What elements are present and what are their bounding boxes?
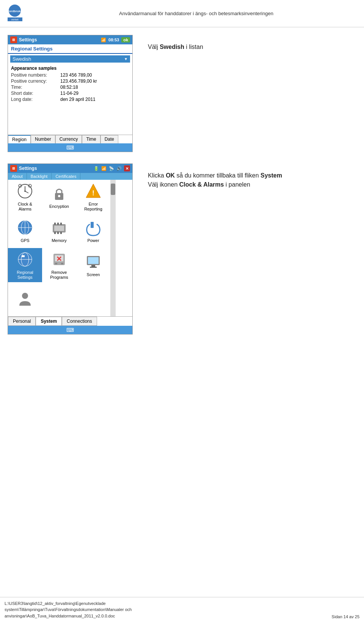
appearance-label-3: Short date: bbox=[11, 91, 60, 96]
battery-icon: 🔋 bbox=[94, 166, 99, 171]
appearance-row-2: Time: 08:52:18 bbox=[11, 85, 129, 90]
time-display: 08:53 bbox=[108, 38, 119, 42]
system-tabs-row: About Backlight Certificates bbox=[8, 173, 132, 180]
titlebar-right: 📶 08:53 ok bbox=[101, 37, 130, 42]
icon-cell-personal[interactable] bbox=[8, 282, 42, 316]
signal-icon: 📶 bbox=[101, 38, 106, 42]
icon-cell-power[interactable]: Power bbox=[76, 214, 110, 248]
svg-rect-34 bbox=[61, 263, 63, 264]
device-screenshot-bottom: ⊞ Settings 🔋 📶 📡 🔊 ✕ About Backlight Cer… bbox=[8, 163, 133, 335]
icon-cell-remove[interactable]: RemovePrograms bbox=[42, 248, 76, 282]
nav-tab-connections[interactable]: Connections bbox=[62, 317, 97, 326]
instruction-system-bold: System bbox=[260, 172, 282, 179]
appearance-value-4: den 29 april 2011 bbox=[60, 97, 96, 102]
sys-tab-certificates[interactable]: Certificates bbox=[52, 173, 80, 180]
svg-rect-30 bbox=[22, 255, 25, 257]
icon-cell-error[interactable]: ! ErrorReporting bbox=[76, 180, 110, 214]
icons-row-1: Clock &Alarms Encryption bbox=[8, 180, 110, 214]
section-text-bottom: Klicka OK så du kommer tillbaka till fli… bbox=[133, 163, 356, 335]
appearance-label-0: Positive numbers: bbox=[11, 72, 60, 78]
close-button[interactable]: ✕ bbox=[124, 165, 130, 171]
svg-rect-25 bbox=[54, 226, 64, 231]
gps-label: GPS bbox=[20, 238, 29, 243]
instruction-clock-bold: Clock & Alarms bbox=[179, 181, 224, 188]
appearance-value-0: 123 456 789,00 bbox=[60, 72, 92, 78]
instruction-panel: i panelen bbox=[224, 181, 250, 188]
icon-cell-gps[interactable]: GPS bbox=[8, 214, 42, 248]
footer-path-line1: L:\USER3\langtid\12_aktiv_forvaltning\Eg… bbox=[5, 600, 132, 607]
keyboard-icon-top: ⌨ bbox=[66, 145, 74, 151]
icon-cell-memory[interactable]: Memory bbox=[42, 214, 76, 248]
screen-label: Screen bbox=[87, 272, 100, 277]
personal-icon bbox=[16, 289, 34, 308]
nav-tab-system[interactable]: System bbox=[36, 317, 62, 326]
appearance-row-0: Positive numbers: 123 456 789,00 bbox=[11, 72, 129, 78]
nav-tab-personal[interactable]: Personal bbox=[8, 317, 36, 326]
memory-label: Memory bbox=[52, 238, 67, 243]
instruction-post-top: i listan bbox=[184, 44, 203, 50]
language-dropdown[interactable]: Swedish ▼ bbox=[10, 55, 130, 63]
svg-rect-24 bbox=[60, 232, 62, 234]
svg-rect-38 bbox=[88, 257, 99, 264]
appearance-label-2: Time: bbox=[11, 85, 60, 90]
tab-number[interactable]: Number bbox=[31, 135, 55, 143]
tab-currency[interactable]: Currency bbox=[55, 135, 82, 143]
icon-cell-regional[interactable]: RegionalSettings bbox=[8, 248, 42, 282]
error-reporting-label: ErrorReporting bbox=[84, 202, 102, 212]
error-reporting-icon: ! bbox=[84, 182, 102, 200]
dropdown-row: Swedish ▼ bbox=[8, 54, 132, 64]
power-label: Power bbox=[87, 238, 99, 243]
icon-cell-clock[interactable]: Clock &Alarms bbox=[8, 180, 42, 214]
appearance-section: Appearance samples Positive numbers: 123… bbox=[8, 64, 132, 104]
tab-region[interactable]: Region bbox=[8, 135, 31, 143]
device-subtitle: Regional Settings bbox=[8, 44, 132, 54]
instruction-pre-top: Välj bbox=[148, 44, 160, 50]
svg-rect-26 bbox=[91, 222, 94, 228]
appearance-value-2: 08:52:18 bbox=[60, 85, 78, 90]
appearance-row-1: Positive currency: 123.456.789,00 kr bbox=[11, 79, 129, 84]
titlebar-left: ⊞ Settings bbox=[10, 36, 37, 43]
instruction-text-bottom: Klicka OK så du kommer tillbaka till fli… bbox=[148, 171, 282, 189]
tabs-row: Region Number Currency Time Date bbox=[8, 135, 132, 143]
titlebar2-left: ⊞ Settings bbox=[10, 165, 37, 172]
windows-icon-2: ⊞ bbox=[10, 165, 17, 172]
icons-grid: Clock &Alarms Encryption bbox=[8, 180, 110, 316]
device-titlebar-bottom: ⊞ Settings 🔋 📶 📡 🔊 ✕ bbox=[8, 164, 132, 173]
dropdown-arrow-icon: ▼ bbox=[124, 57, 128, 61]
icons-row-4 bbox=[8, 282, 110, 316]
main-content: ⊞ Settings 📶 08:53 ok Regional Settings … bbox=[0, 27, 364, 346]
tab-time[interactable]: Time bbox=[82, 135, 100, 143]
keyboard-icon-bottom: ⌨ bbox=[66, 327, 74, 333]
regional-settings-icon bbox=[16, 250, 34, 269]
appearance-row-4: Long date: den 29 april 2011 bbox=[11, 97, 129, 102]
svg-rect-21 bbox=[60, 223, 62, 225]
appearance-label-4: Long date: bbox=[11, 97, 60, 102]
tab-date[interactable]: Date bbox=[100, 135, 118, 143]
instruction-ok-bold: OK bbox=[166, 172, 175, 179]
icons-row-2: GPS bbox=[8, 214, 110, 248]
titlebar2-app-name: Settings bbox=[19, 166, 37, 171]
page-footer: L:\USER3\langtid\12_aktiv_forvaltning\Eg… bbox=[0, 597, 364, 622]
icon-cell-encryption[interactable]: Encryption bbox=[42, 180, 76, 214]
signal-icon-2: 📡 bbox=[109, 166, 114, 171]
titlebar2-right: 🔋 📶 📡 🔊 ✕ bbox=[94, 165, 130, 171]
clock-alarms-label: Clock &Alarms bbox=[18, 202, 32, 212]
section-bottom: ⊞ Settings 🔋 📶 📡 🔊 ✕ About Backlight Cer… bbox=[8, 163, 356, 335]
header-title: Användarmanual för handdatorer i ängs- o… bbox=[33, 11, 359, 16]
instruction-choose: Välj ikonen bbox=[148, 181, 179, 188]
encryption-icon bbox=[50, 184, 68, 203]
scrollbar[interactable] bbox=[110, 180, 116, 316]
sys-tab-backlight[interactable]: Backlight bbox=[27, 173, 52, 180]
instruction-text-top: Välj Swedish i listan bbox=[148, 42, 203, 52]
sys-tab-about[interactable]: About bbox=[8, 173, 27, 180]
device-screenshot-top: ⊞ Settings 📶 08:53 ok Regional Settings … bbox=[8, 35, 133, 152]
icon-cell-screen[interactable]: Screen bbox=[76, 248, 110, 282]
appearance-label-1: Positive currency: bbox=[11, 79, 60, 84]
regional-settings-label: RegionalSettings bbox=[17, 270, 33, 280]
ok-button-top[interactable]: ok bbox=[121, 37, 130, 42]
svg-rect-39 bbox=[91, 265, 95, 267]
svg-text:verket: verket bbox=[11, 18, 18, 21]
svg-text:!: ! bbox=[92, 189, 94, 197]
scroll-thumb[interactable] bbox=[111, 184, 115, 195]
speaker-icon: 🔊 bbox=[116, 166, 122, 171]
